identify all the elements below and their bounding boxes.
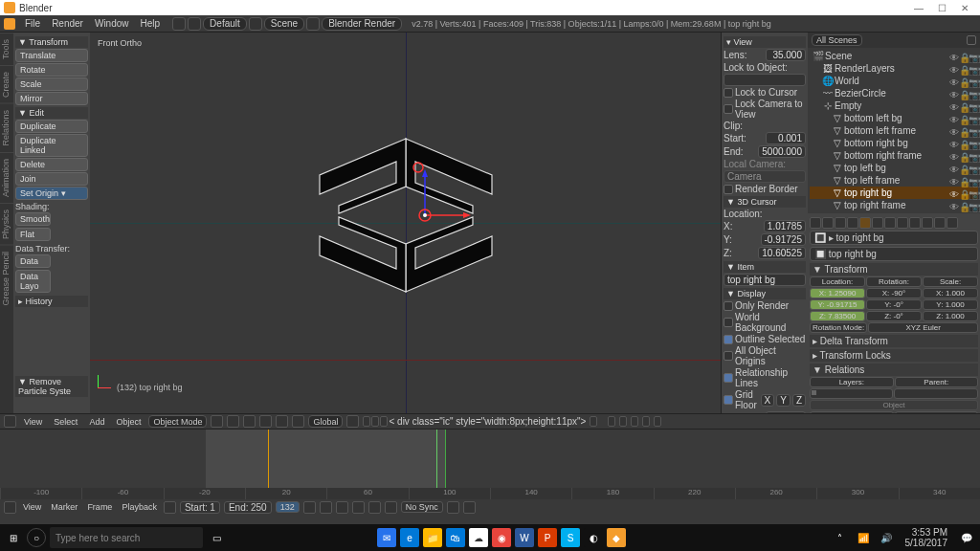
outliner-item[interactable]: ▽top left bg👁🔒📷 xyxy=(810,162,978,174)
play-reverse-icon[interactable] xyxy=(336,501,348,514)
cortana-icon[interactable]: ○ xyxy=(27,528,46,547)
data-button[interactable]: Data xyxy=(15,254,51,268)
layers-icon[interactable] xyxy=(346,415,359,428)
rot-y-field[interactable]: Y: -0° xyxy=(866,299,922,310)
transform-locks-header[interactable]: ▸ Transform Locks xyxy=(810,349,978,362)
mail-icon[interactable]: ✉ xyxy=(377,528,396,547)
explorer-icon[interactable]: 📁 xyxy=(423,528,442,547)
history-header[interactable]: ▸ History xyxy=(15,296,88,307)
manip-rotate-icon[interactable] xyxy=(276,415,288,428)
layers-grid[interactable] xyxy=(810,388,893,399)
keyframe-marker[interactable] xyxy=(268,430,269,488)
lock-camera-check[interactable] xyxy=(724,104,733,114)
editor-type-icon[interactable] xyxy=(4,415,16,428)
flat-button[interactable]: Flat xyxy=(15,228,51,241)
object-name-field[interactable]: 🔲 top right bg xyxy=(810,247,978,261)
volume-icon[interactable]: 🔊 xyxy=(877,528,896,547)
clip-start-field[interactable]: 0.001 xyxy=(766,132,806,144)
item-name-field[interactable]: top right bg xyxy=(724,274,806,286)
loc-y-field[interactable]: Y: -0.91715 xyxy=(810,299,865,310)
screen-layout[interactable]: Default xyxy=(203,17,247,31)
close-button[interactable]: ✕ xyxy=(953,3,976,13)
tab-particles-icon[interactable] xyxy=(934,217,946,229)
chrome-icon[interactable]: ◉ xyxy=(492,528,511,547)
vh-add[interactable]: Add xyxy=(85,417,108,427)
shading-solid-icon[interactable] xyxy=(211,415,223,428)
tl-playback[interactable]: Playback xyxy=(119,502,160,512)
rotate-button[interactable]: Rotate xyxy=(15,63,88,77)
loc-z-field[interactable]: Z: 7.83500 xyxy=(810,311,865,321)
tab-data-icon[interactable] xyxy=(897,217,908,229)
manip-translate-icon[interactable] xyxy=(259,415,272,428)
scale-button[interactable]: Scale xyxy=(15,77,88,91)
edge-icon[interactable]: e xyxy=(400,528,419,547)
axis-x-toggle[interactable]: X xyxy=(761,394,775,407)
outliner-item[interactable]: ▽top left frame👁🔒📷 xyxy=(810,174,978,187)
join-button[interactable]: Join xyxy=(15,172,88,186)
onedrive-icon[interactable]: ☁ xyxy=(469,528,488,547)
outliner-item[interactable]: ▽bottom right bg👁🔒📷 xyxy=(810,137,978,149)
outliner-item[interactable]: ▽bottom left bg👁🔒📷 xyxy=(810,112,978,124)
set-origin-button[interactable]: Set Origin ▾ xyxy=(15,187,88,200)
axis-y-toggle[interactable]: Y xyxy=(776,394,791,407)
relations-header[interactable]: ▼ Relations xyxy=(810,364,978,376)
lock-object-field[interactable] xyxy=(724,74,806,86)
jump-start-icon[interactable] xyxy=(303,501,316,514)
translate-button[interactable]: Translate xyxy=(15,49,88,62)
store-icon[interactable]: 🛍 xyxy=(446,528,465,547)
tab-material-icon[interactable] xyxy=(909,217,921,229)
orientation-selector[interactable]: Global xyxy=(308,415,343,428)
sync-mode-field[interactable]: No Sync xyxy=(401,501,443,513)
only-render-check[interactable] xyxy=(724,301,733,311)
tab-grease[interactable]: Grease Pencil xyxy=(0,245,13,312)
outline-check[interactable] xyxy=(724,335,733,344)
props-datapath[interactable]: 🔳 ▸ top right bg xyxy=(810,231,978,245)
operator-header[interactable]: ▼ Remove Particle Syste xyxy=(15,376,88,397)
tab-tools[interactable]: Tools xyxy=(0,33,13,65)
blender-taskbar-icon[interactable]: ◆ xyxy=(607,528,626,547)
tab-texture-icon[interactable] xyxy=(922,217,933,229)
outliner-search-icon[interactable] xyxy=(967,35,976,45)
tl-frame[interactable]: Frame xyxy=(84,502,115,512)
menu-window[interactable]: Window xyxy=(90,17,134,30)
fwd-icon[interactable] xyxy=(188,17,201,31)
edit-header[interactable]: ▼ Edit xyxy=(15,107,88,119)
next-key-icon[interactable] xyxy=(368,501,381,514)
rel-lines-check[interactable] xyxy=(724,373,733,383)
world-bg-check[interactable] xyxy=(724,318,733,327)
mirror-button[interactable]: Mirror xyxy=(15,92,88,105)
skype-icon[interactable]: S xyxy=(561,528,580,547)
mode-selector[interactable]: Object Mode xyxy=(148,415,207,428)
duplicate-linked-button[interactable]: Duplicate Linked xyxy=(15,134,88,157)
word-icon[interactable]: W xyxy=(515,528,534,547)
transform-header[interactable]: ▼ Transform xyxy=(15,36,88,48)
tl-view[interactable]: View xyxy=(20,502,44,512)
start-button[interactable]: ⊞ xyxy=(4,528,23,547)
render-engine[interactable]: Blender Render xyxy=(322,17,402,31)
obj-transform-header[interactable]: ▼ Transform xyxy=(810,263,978,276)
clip-end-field[interactable]: 5000.000 xyxy=(758,145,806,158)
parent-field[interactable] xyxy=(894,388,979,399)
playhead[interactable] xyxy=(445,430,446,488)
vh-view[interactable]: View xyxy=(20,417,46,427)
current-frame-field[interactable]: 132 xyxy=(276,501,300,513)
menu-file[interactable]: File xyxy=(20,17,45,30)
scene-add-icon[interactable] xyxy=(306,17,320,31)
scale-x-field[interactable]: X: 1.000 xyxy=(923,288,978,298)
tab-world-icon[interactable] xyxy=(847,217,858,229)
keying-set-icon[interactable] xyxy=(463,501,476,514)
data-layout-button[interactable]: Data Layo xyxy=(15,270,51,293)
outliner-item[interactable]: ▽top right frame👁🔒📷 xyxy=(810,199,978,211)
tab-modifiers-icon[interactable] xyxy=(884,217,896,229)
loc-x-field[interactable]: X: 1.25090 xyxy=(810,288,865,298)
back-icon[interactable] xyxy=(172,17,186,31)
tab-layers-icon[interactable] xyxy=(822,217,834,229)
scale-y-field[interactable]: Y: 1.000 xyxy=(923,299,978,310)
item-section-header[interactable]: ▼ Item xyxy=(724,261,806,273)
grid-floor-check[interactable] xyxy=(724,395,733,405)
delete-button[interactable]: Delete xyxy=(15,158,88,171)
cursor-x-field[interactable]: 1.01785 xyxy=(764,220,806,232)
tab-animation[interactable]: Animation xyxy=(0,152,13,203)
cursor-y-field[interactable]: -0.91725 xyxy=(761,233,806,246)
layer-buttons[interactable]: < div class="ic" style="width:8px;height… xyxy=(363,416,586,427)
